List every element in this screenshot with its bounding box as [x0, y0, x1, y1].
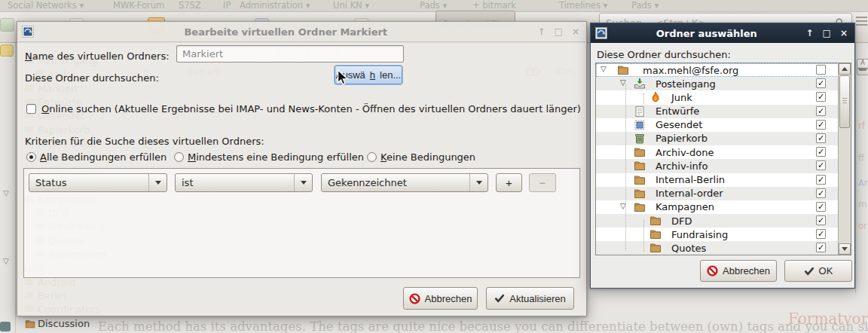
check-icon	[804, 266, 815, 276]
bookmark-item[interactable]: Pads ▾	[631, 0, 659, 11]
scroll-up-icon[interactable]	[839, 63, 851, 75]
folder-checkbox[interactable]: ✓	[816, 202, 826, 212]
dialog-titlebar[interactable]: Ordner auswählen ↑ □ ×	[591, 23, 854, 43]
ok-button[interactable]: OK	[784, 260, 852, 282]
folder-checkbox[interactable]: ✓	[816, 188, 826, 198]
value-dropdown[interactable]: Gekennzeichnet	[321, 173, 488, 192]
folder-checkbox[interactable]: ✓	[816, 78, 826, 88]
match-none-radio[interactable]	[367, 152, 377, 162]
add-criterion-button[interactable]: +	[496, 173, 522, 192]
tree-row[interactable]: DFD✓	[596, 214, 851, 228]
match-any-radio[interactable]	[174, 152, 184, 162]
sort-column-label: A	[860, 60, 864, 66]
bookmark-item[interactable]: + bitmark	[472, 0, 516, 11]
scrollbar-thumb[interactable]	[839, 75, 850, 128]
dialog-title: Ordner auswählen	[607, 28, 806, 39]
app-menu-icon[interactable]	[856, 17, 867, 18]
folder-checkbox[interactable]: ✓	[816, 243, 826, 252]
chevron-down-icon	[148, 174, 167, 191]
folder-checkbox[interactable]: ✓	[816, 215, 826, 225]
tree-row[interactable]: Internal-Berlin✓	[596, 173, 851, 187]
close-button[interactable]: ×	[572, 26, 579, 37]
maximize-button[interactable]: □	[823, 28, 831, 38]
bookmark-item[interactable]: Pads ▾	[420, 0, 447, 11]
virtual-folder-name-input[interactable]	[176, 45, 404, 63]
folder-icon	[634, 146, 646, 158]
bookmark-item[interactable]: Uni KN ▾	[333, 0, 369, 11]
folder-checkbox[interactable]: ✓	[816, 92, 826, 102]
folder-icon	[25, 319, 35, 328]
folder-checkbox[interactable]	[816, 65, 826, 75]
sort-column-button[interactable]: A	[857, 59, 868, 75]
operator-dropdown-value: ist	[176, 177, 294, 188]
tree-row[interactable]: ▽Kampagnen✓	[596, 200, 851, 214]
ghost-list-text: rf	[858, 121, 865, 131]
cancel-icon	[409, 293, 420, 304]
tree-row[interactable]: Quotes✓	[596, 241, 851, 255]
tree-row[interactable]: Archiv-info✓	[596, 159, 851, 173]
attribute-dropdown[interactable]: Status	[29, 173, 167, 192]
minimize-button[interactable]: ↑	[806, 28, 814, 38]
thunderbird-icon	[595, 27, 607, 39]
bookmark-item[interactable]: Timelines ▾	[559, 0, 607, 11]
tree-row[interactable]: Papierkorb✓	[596, 132, 851, 145]
chevron-down-icon	[294, 174, 312, 191]
ghost-list-text: ff	[858, 153, 864, 163]
folder-checkbox[interactable]: ✓	[816, 147, 826, 157]
dialog-title: Bearbeite virtuellen Ordner Markiert	[34, 26, 538, 38]
maximize-button[interactable]: □	[555, 26, 563, 37]
match-all-radio[interactable]	[26, 152, 36, 162]
folder-checkbox[interactable]: ✓	[816, 160, 826, 170]
folder-name: Entwürfe	[656, 105, 699, 117]
folder-checkbox[interactable]: ✓	[816, 175, 826, 185]
minimize-button[interactable]: ↑	[538, 26, 546, 37]
ghost-format-text: Formatvorlage	[788, 310, 868, 328]
tree-row[interactable]: Gesendet✓	[596, 118, 851, 132]
expander-icon[interactable]: ▽	[601, 65, 607, 73]
cancel-button[interactable]: Abbrechen	[700, 260, 777, 282]
expander-icon[interactable]: ▽	[3, 189, 9, 197]
cancel-button[interactable]: Abbrechen	[403, 287, 478, 310]
online-search-checkbox[interactable]	[26, 104, 36, 114]
folder-checkbox[interactable]: ✓	[816, 106, 826, 116]
tree-row[interactable]: Internal-order✓	[596, 187, 851, 200]
tree-row[interactable]: Fundraising✓	[596, 228, 851, 241]
folder-checkbox[interactable]: ✓	[816, 133, 826, 143]
bookmark-item[interactable]: Social Networks ▾	[8, 0, 84, 11]
tree-scrollbar[interactable]	[838, 63, 851, 255]
bookmark-item[interactable]: S7SZ	[179, 0, 201, 11]
tree-row[interactable]: Entwürfe✓	[596, 105, 851, 118]
folder-checkbox[interactable]: ✓	[816, 229, 826, 239]
bookmark-item[interactable]: MWK-Forum	[113, 0, 164, 11]
scroll-down-icon[interactable]	[839, 243, 851, 255]
folder-name: Gesendet	[656, 119, 702, 130]
tree-row[interactable]: ▽max.mehl@fsfe.org	[596, 63, 851, 77]
thunderbird-icon	[22, 26, 34, 38]
remove-criterion-button[interactable]: −	[529, 173, 556, 192]
bookmark-item[interactable]: Administration ▾	[240, 0, 310, 11]
ok-label: OK	[819, 265, 833, 276]
cancel-label: Abbrechen	[425, 293, 472, 304]
folder-name: Archiv-done	[656, 147, 714, 158]
folder-icon	[649, 215, 662, 227]
tree-row[interactable]: Archiv-done✓	[596, 145, 851, 159]
criteria-panel: Status ist Gekennzeichnet + −	[23, 168, 580, 278]
tree-row[interactable]: ▽Posteingang✓	[596, 77, 851, 90]
dialog-titlebar[interactable]: Bearbeite virtuellen Ordner Markiert ↑ □…	[17, 22, 586, 42]
choose-folders-label: Diese Ordner durchsuchen:	[597, 49, 731, 60]
update-button[interactable]: Aktualisieren	[486, 287, 574, 310]
folder-checkbox[interactable]: ✓	[816, 120, 826, 130]
operator-dropdown[interactable]: ist	[175, 173, 313, 192]
close-button[interactable]: ×	[840, 28, 848, 38]
bookmark-item[interactable]: IP	[223, 0, 231, 11]
match-all-label: Alle Bedingungen erfüllen	[40, 151, 167, 163]
tree-row[interactable]: Junk✓	[596, 90, 851, 104]
tree-guide-line	[643, 220, 644, 252]
pane-divider[interactable]	[15, 42, 16, 333]
ghost-list-text: An	[858, 178, 868, 188]
update-label: Aktualisieren	[509, 293, 565, 304]
expander-icon[interactable]: ▽	[3, 257, 9, 265]
match-none-label: Keine Bedingungen	[381, 151, 475, 163]
account-icon	[0, 44, 14, 57]
value-dropdown-value: Gekennzeichnet	[322, 177, 469, 188]
